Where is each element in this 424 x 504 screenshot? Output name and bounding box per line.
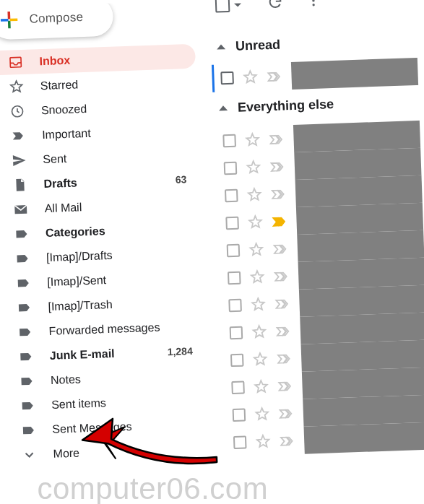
star-icon[interactable] xyxy=(246,187,263,204)
nav-label: Forwarded messages xyxy=(48,320,192,338)
importance-icon[interactable] xyxy=(273,243,289,254)
label-icon xyxy=(16,300,33,316)
caret-up-icon xyxy=(217,44,225,49)
mail-content xyxy=(295,175,424,207)
mail-content xyxy=(299,284,424,317)
star-icon[interactable] xyxy=(247,214,264,231)
inbox-icon xyxy=(7,54,24,71)
nav-label: Notes xyxy=(51,369,194,387)
star-icon[interactable] xyxy=(254,406,271,422)
mail-content xyxy=(293,120,424,152)
row-checkbox[interactable] xyxy=(233,409,246,422)
refresh-icon[interactable] xyxy=(267,0,284,13)
star-icon[interactable] xyxy=(251,323,268,340)
mail-content xyxy=(304,422,424,454)
nav-label: [Imap]/Drafts xyxy=(46,246,190,264)
star-icon[interactable] xyxy=(252,351,269,368)
nav-label: Drafts xyxy=(43,173,176,191)
label-icon xyxy=(14,251,31,267)
label-icon xyxy=(20,422,37,439)
row-checkbox[interactable] xyxy=(230,354,244,368)
select-dropdown-caret-icon[interactable] xyxy=(234,3,241,6)
mail-row[interactable] xyxy=(212,57,424,92)
star-icon[interactable] xyxy=(250,296,267,313)
mail-content xyxy=(297,230,424,262)
label-icon xyxy=(15,275,32,292)
more-icon[interactable] xyxy=(306,0,321,11)
section-unread[interactable]: Unread xyxy=(217,38,281,55)
section-else-label: Everything else xyxy=(238,97,334,116)
importance-icon[interactable] xyxy=(276,326,292,336)
svg-rect-1 xyxy=(8,20,11,28)
label-icon xyxy=(18,349,35,365)
star-icon[interactable] xyxy=(244,132,261,149)
row-checkbox[interactable] xyxy=(222,134,236,148)
label-icon xyxy=(14,226,30,243)
star-icon[interactable] xyxy=(249,269,266,285)
importance-icon[interactable] xyxy=(277,353,293,364)
send-icon xyxy=(11,152,27,169)
compose-button[interactable]: Compose xyxy=(0,0,113,40)
nav-label: Starred xyxy=(40,74,184,92)
importance-icon[interactable] xyxy=(269,134,285,144)
mail-content xyxy=(302,367,424,399)
row-checkbox[interactable] xyxy=(225,189,238,203)
star-icon[interactable] xyxy=(242,69,259,86)
star-icon[interactable] xyxy=(246,160,262,176)
nav-label: [Imap]/Trash xyxy=(48,295,191,313)
svg-point-7 xyxy=(312,0,314,2)
importance-icon[interactable] xyxy=(270,161,286,172)
nav-label: Sent Messages xyxy=(52,418,196,436)
nav-label: More xyxy=(53,443,196,461)
nav-count: 63 xyxy=(176,173,187,186)
mail-icon xyxy=(12,201,29,218)
importance-icon[interactable] xyxy=(271,188,287,199)
row-checkbox[interactable] xyxy=(220,71,234,85)
else-list xyxy=(214,120,424,456)
importance-icon[interactable] xyxy=(280,435,295,446)
nav-label: [Imap]/Sent xyxy=(47,271,191,289)
svg-point-8 xyxy=(312,4,314,6)
importance-icon[interactable] xyxy=(277,381,293,391)
clock-icon xyxy=(9,103,26,120)
row-checkbox[interactable] xyxy=(224,162,238,175)
row-checkbox[interactable] xyxy=(228,299,242,313)
star-icon[interactable] xyxy=(253,378,269,395)
unread-list xyxy=(212,57,424,92)
mail-content xyxy=(296,202,424,235)
importance-icon[interactable] xyxy=(267,71,282,82)
section-else[interactable]: Everything else xyxy=(219,97,334,116)
plus-icon xyxy=(0,9,20,30)
label-icon xyxy=(20,398,36,414)
nav-label: Categories xyxy=(46,222,189,240)
mail-content xyxy=(303,394,424,427)
star-icon[interactable] xyxy=(255,433,272,450)
importance-icon[interactable] xyxy=(274,271,290,282)
mail-content xyxy=(291,57,424,90)
svg-rect-2 xyxy=(1,18,9,21)
watermark: computer06.com xyxy=(37,472,268,504)
importance-icon xyxy=(10,128,27,144)
compose-label: Compose xyxy=(29,10,84,27)
mail-content xyxy=(294,147,424,180)
importance-icon[interactable] xyxy=(274,298,290,309)
mail-content xyxy=(300,312,424,344)
star-icon[interactable] xyxy=(248,241,265,258)
importance-icon[interactable] xyxy=(272,216,287,227)
nav-label: Inbox xyxy=(39,50,183,68)
importance-icon[interactable] xyxy=(279,408,295,419)
row-checkbox[interactable] xyxy=(233,436,247,450)
row-checkbox[interactable] xyxy=(227,244,241,258)
sidebar: Inbox Starred Snoozed Important Sent Dra… xyxy=(0,44,209,469)
row-checkbox[interactable] xyxy=(231,381,245,395)
caret-up-icon xyxy=(219,105,228,110)
select-all-checkbox[interactable] xyxy=(215,0,230,13)
row-checkbox[interactable] xyxy=(228,271,241,285)
star-icon xyxy=(8,79,25,95)
mail-content xyxy=(298,257,424,290)
row-checkbox[interactable] xyxy=(225,217,239,230)
nav-label: Important xyxy=(42,123,186,142)
toolbar xyxy=(215,0,340,15)
nav-count: 1,284 xyxy=(167,345,193,357)
row-checkbox[interactable] xyxy=(230,326,243,340)
